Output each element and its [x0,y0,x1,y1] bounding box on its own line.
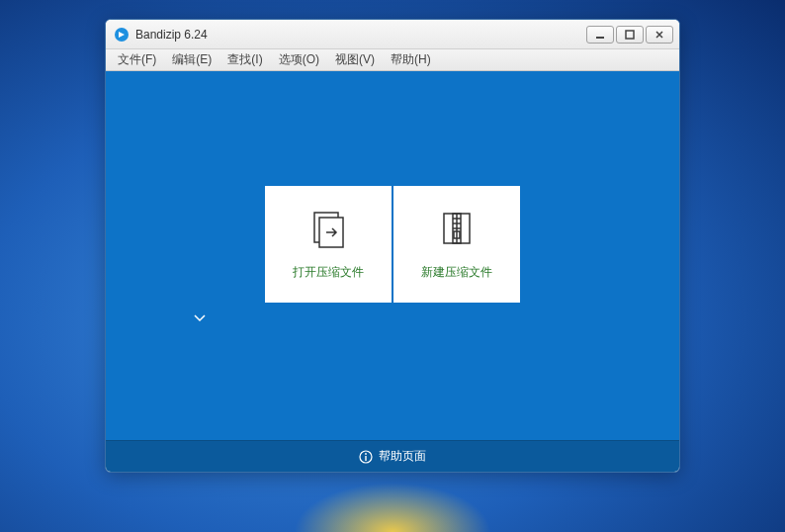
menu-help[interactable]: 帮助(H) [383,49,439,70]
desktop-glow [294,483,491,532]
menu-find[interactable]: 查找(I) [219,49,270,70]
minimize-button[interactable] [586,26,614,44]
open-archive-label: 打开压缩文件 [293,264,364,281]
chevron-down-icon [194,314,206,322]
titlebar: Bandizip 6.24 [106,20,679,49]
content-area: 打开压缩文件 新建压缩文件 [106,71,679,440]
maximize-button[interactable] [616,26,644,44]
new-archive-label: 新建压缩文件 [421,264,492,281]
info-icon [359,450,373,464]
main-cards: 打开压缩文件 新建压缩文件 [265,186,520,303]
svg-point-13 [365,453,367,455]
recent-dropdown[interactable] [136,309,263,326]
window-title: Bandizip 6.24 [135,28,586,42]
svg-rect-2 [626,31,634,39]
footer-help-link[interactable]: 帮助页面 [106,440,679,472]
close-button[interactable] [646,26,673,44]
svg-rect-14 [365,456,366,461]
app-window: Bandizip 6.24 文件(F) 编辑(E) 查找(I) 选项(O) 视图… [105,19,680,473]
open-archive-card[interactable]: 打开压缩文件 [265,186,392,303]
menu-edit[interactable]: 编辑(E) [164,49,219,70]
menu-view[interactable]: 视图(V) [327,49,383,70]
open-archive-icon [306,207,350,250]
menubar: 文件(F) 编辑(E) 查找(I) 选项(O) 视图(V) 帮助(H) [106,49,679,71]
menu-file[interactable]: 文件(F) [110,49,164,70]
svg-rect-1 [596,37,604,39]
footer-help-label: 帮助页面 [379,448,426,465]
new-archive-card[interactable]: 新建压缩文件 [393,186,520,303]
window-controls [586,26,673,44]
new-archive-icon [435,207,479,250]
app-icon [114,27,130,43]
menu-options[interactable]: 选项(O) [271,49,327,70]
